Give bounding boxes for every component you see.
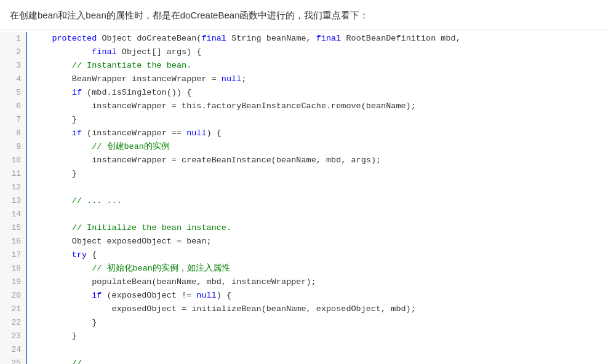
line-number: 6 [0, 100, 26, 113]
line-number: 7 [0, 113, 26, 127]
code-line: // ... ... [32, 357, 606, 365]
line-number: 22 [0, 316, 26, 330]
code-line [32, 181, 606, 194]
code-line: protected Object doCreateBean(final Stri… [32, 32, 606, 46]
line-number: 21 [0, 303, 26, 316]
code-line: if (mbd.isSingleton()) { [32, 86, 606, 100]
line-number: 9 [0, 140, 26, 154]
line-number: 14 [0, 208, 26, 221]
line-number: 2 [0, 46, 26, 59]
code-line: // 创建bean的实例 [32, 140, 606, 154]
code-line: instanceWrapper = createBeanInstance(bea… [32, 154, 606, 167]
code-line: // 初始化bean的实例，如注入属性 [32, 262, 606, 275]
line-numbers: 1234567891011121314151617181920212223242… [0, 32, 27, 365]
code-line: exposedObject = initializeBean(beanName,… [32, 303, 606, 316]
line-number: 5 [0, 86, 26, 100]
line-number: 17 [0, 248, 26, 262]
line-number: 20 [0, 289, 26, 303]
line-number: 19 [0, 275, 26, 289]
code-line: } [32, 113, 606, 127]
line-number: 10 [0, 154, 26, 167]
line-number: 18 [0, 262, 26, 275]
code-line: Object exposedObject = bean; [32, 235, 606, 248]
code-line: if (instanceWrapper == null) { [32, 127, 606, 140]
line-number: 3 [0, 59, 26, 73]
code-line: if (exposedObject != null) { [32, 289, 606, 303]
line-number: 1 [0, 32, 26, 46]
line-number: 12 [0, 181, 26, 194]
code-line: try { [32, 248, 606, 262]
code-line: // Instantiate the bean. [32, 59, 606, 73]
header-text: 在创建bean和注入bean的属性时，都是在doCreateBean函数中进行的… [0, 0, 611, 29]
code-line: instanceWrapper = this.factoryBeanInstan… [32, 100, 606, 113]
line-number: 8 [0, 127, 26, 140]
line-number: 24 [0, 343, 26, 357]
line-number: 13 [0, 194, 26, 208]
code-line: } [32, 167, 606, 181]
line-number: 25 [0, 357, 26, 365]
code-lines: protected Object doCreateBean(final Stri… [27, 32, 611, 365]
code-line: final Object[] args) { [32, 46, 606, 59]
code-line: } [32, 316, 606, 330]
code-line [32, 343, 606, 357]
code-line: BeanWrapper instanceWrapper = null; [32, 73, 606, 86]
code-line: // Initialize the bean instance. [32, 221, 606, 235]
code-line: populateBean(beanName, mbd, instanceWrap… [32, 275, 606, 289]
line-number: 15 [0, 221, 26, 235]
line-number: 23 [0, 330, 26, 343]
code-line: } [32, 330, 606, 343]
line-number: 11 [0, 167, 26, 181]
line-number: 4 [0, 73, 26, 86]
code-container: 1234567891011121314151617181920212223242… [0, 29, 611, 365]
code-line [32, 208, 606, 221]
line-number: 16 [0, 235, 26, 248]
header-section: 在创建bean和注入bean的属性时，都是在doCreateBean函数中进行的… [0, 0, 611, 29]
code-line: // ... ... [32, 194, 606, 208]
